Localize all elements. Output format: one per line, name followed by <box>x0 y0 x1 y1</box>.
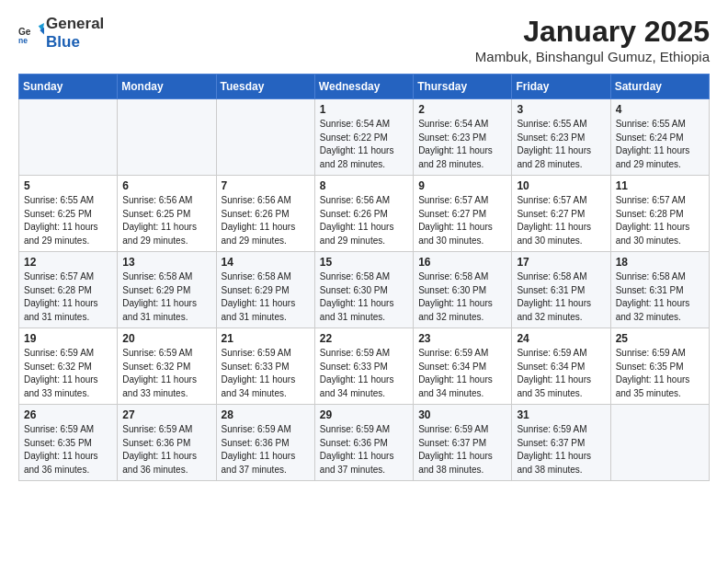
week-row-1: 1Sunrise: 6:54 AM Sunset: 6:22 PM Daylig… <box>19 99 710 176</box>
day-number: 9 <box>418 179 506 192</box>
day-info: Sunrise: 6:55 AM Sunset: 6:24 PM Dayligh… <box>616 118 704 171</box>
column-header-monday: Monday <box>118 75 216 99</box>
svg-text:Ge: Ge <box>18 26 31 36</box>
day-number: 28 <box>222 408 310 421</box>
day-number: 5 <box>24 179 112 192</box>
calendar-cell: 11Sunrise: 6:57 AM Sunset: 6:28 PM Dayli… <box>610 176 709 252</box>
day-info: Sunrise: 6:59 AM Sunset: 6:36 PM Dayligh… <box>222 423 310 477</box>
day-info: Sunrise: 6:58 AM Sunset: 6:30 PM Dayligh… <box>320 270 408 324</box>
day-info: Sunrise: 6:59 AM Sunset: 6:35 PM Dayligh… <box>616 347 704 400</box>
calendar-cell: 6Sunrise: 6:56 AM Sunset: 6:25 PM Daylig… <box>118 176 216 252</box>
day-number: 3 <box>517 103 605 116</box>
day-number: 19 <box>24 332 112 345</box>
calendar-cell: 29Sunrise: 6:59 AM Sunset: 6:36 PM Dayli… <box>314 405 413 481</box>
main-title: January 2025 <box>475 15 710 49</box>
logo-blue: Blue <box>46 33 80 51</box>
day-number: 24 <box>517 332 605 345</box>
calendar-cell: 14Sunrise: 6:58 AM Sunset: 6:29 PM Dayli… <box>216 252 314 328</box>
day-number: 20 <box>122 332 210 345</box>
day-info: Sunrise: 6:59 AM Sunset: 6:35 PM Dayligh… <box>24 423 112 477</box>
day-number: 2 <box>418 103 506 116</box>
day-info: Sunrise: 6:59 AM Sunset: 6:32 PM Dayligh… <box>24 347 112 400</box>
page: Ge ne General Blue January 2025 Mambuk, … <box>0 0 728 563</box>
calendar-cell <box>610 405 709 481</box>
day-number: 21 <box>222 332 310 345</box>
calendar-cell: 17Sunrise: 6:58 AM Sunset: 6:31 PM Dayli… <box>512 252 610 328</box>
day-info: Sunrise: 6:59 AM Sunset: 6:37 PM Dayligh… <box>517 423 605 477</box>
calendar-cell: 10Sunrise: 6:57 AM Sunset: 6:27 PM Dayli… <box>512 176 610 252</box>
calendar-cell: 3Sunrise: 6:55 AM Sunset: 6:23 PM Daylig… <box>512 99 610 176</box>
day-number: 10 <box>517 179 605 192</box>
day-number: 18 <box>616 256 704 269</box>
calendar-cell: 12Sunrise: 6:57 AM Sunset: 6:28 PM Dayli… <box>19 252 118 328</box>
day-number: 11 <box>616 179 704 192</box>
day-number: 14 <box>222 256 310 269</box>
calendar-cell: 21Sunrise: 6:59 AM Sunset: 6:33 PM Dayli… <box>216 328 314 405</box>
logo-general: General <box>46 15 104 32</box>
calendar-cell: 13Sunrise: 6:58 AM Sunset: 6:29 PM Dayli… <box>118 252 216 328</box>
day-number: 8 <box>320 179 408 192</box>
column-header-wednesday: Wednesday <box>314 75 413 99</box>
calendar-cell: 25Sunrise: 6:59 AM Sunset: 6:35 PM Dayli… <box>610 328 709 405</box>
calendar-cell: 27Sunrise: 6:59 AM Sunset: 6:36 PM Dayli… <box>118 405 216 481</box>
day-info: Sunrise: 6:59 AM Sunset: 6:36 PM Dayligh… <box>320 423 408 477</box>
day-number: 30 <box>418 408 506 421</box>
day-info: Sunrise: 6:57 AM Sunset: 6:27 PM Dayligh… <box>517 194 605 247</box>
calendar-cell: 26Sunrise: 6:59 AM Sunset: 6:35 PM Dayli… <box>19 405 118 481</box>
calendar-cell: 23Sunrise: 6:59 AM Sunset: 6:34 PM Dayli… <box>414 328 512 405</box>
day-info: Sunrise: 6:58 AM Sunset: 6:30 PM Dayligh… <box>418 270 506 324</box>
logo-icon: Ge ne <box>18 20 44 46</box>
day-number: 25 <box>616 332 704 345</box>
day-info: Sunrise: 6:59 AM Sunset: 6:33 PM Dayligh… <box>320 347 408 400</box>
logo-text: General Blue <box>46 15 104 52</box>
day-number: 23 <box>418 332 506 345</box>
calendar-header-row: SundayMondayTuesdayWednesdayThursdayFrid… <box>19 75 710 99</box>
day-number: 16 <box>418 256 506 269</box>
day-number: 1 <box>320 103 408 116</box>
week-row-4: 19Sunrise: 6:59 AM Sunset: 6:32 PM Dayli… <box>19 328 710 405</box>
day-number: 4 <box>616 103 704 116</box>
day-info: Sunrise: 6:58 AM Sunset: 6:29 PM Dayligh… <box>122 270 210 324</box>
calendar-cell: 15Sunrise: 6:58 AM Sunset: 6:30 PM Dayli… <box>314 252 413 328</box>
calendar-cell: 19Sunrise: 6:59 AM Sunset: 6:32 PM Dayli… <box>19 328 118 405</box>
day-number: 13 <box>122 256 210 269</box>
day-info: Sunrise: 6:56 AM Sunset: 6:26 PM Dayligh… <box>320 194 408 247</box>
week-row-2: 5Sunrise: 6:55 AM Sunset: 6:25 PM Daylig… <box>19 176 710 252</box>
calendar-cell: 9Sunrise: 6:57 AM Sunset: 6:27 PM Daylig… <box>414 176 512 252</box>
calendar-cell: 22Sunrise: 6:59 AM Sunset: 6:33 PM Dayli… <box>314 328 413 405</box>
calendar-cell <box>118 99 216 176</box>
column-header-friday: Friday <box>512 75 610 99</box>
subtitle: Mambuk, Binshangul Gumuz, Ethiopia <box>475 49 710 64</box>
day-number: 17 <box>517 256 605 269</box>
day-number: 15 <box>320 256 408 269</box>
column-header-tuesday: Tuesday <box>216 75 314 99</box>
calendar-cell <box>216 99 314 176</box>
day-info: Sunrise: 6:59 AM Sunset: 6:34 PM Dayligh… <box>418 347 506 400</box>
day-number: 22 <box>320 332 408 345</box>
calendar-cell: 20Sunrise: 6:59 AM Sunset: 6:32 PM Dayli… <box>118 328 216 405</box>
day-info: Sunrise: 6:58 AM Sunset: 6:31 PM Dayligh… <box>616 270 704 324</box>
calendar-cell: 1Sunrise: 6:54 AM Sunset: 6:22 PM Daylig… <box>314 99 413 176</box>
day-number: 27 <box>122 408 210 421</box>
calendar-cell: 16Sunrise: 6:58 AM Sunset: 6:30 PM Dayli… <box>414 252 512 328</box>
column-header-sunday: Sunday <box>19 75 118 99</box>
day-info: Sunrise: 6:54 AM Sunset: 6:23 PM Dayligh… <box>418 118 506 171</box>
header: Ge ne General Blue January 2025 Mambuk, … <box>18 15 710 64</box>
calendar-cell: 18Sunrise: 6:58 AM Sunset: 6:31 PM Dayli… <box>610 252 709 328</box>
day-info: Sunrise: 6:59 AM Sunset: 6:36 PM Dayligh… <box>122 423 210 477</box>
calendar-cell: 30Sunrise: 6:59 AM Sunset: 6:37 PM Dayli… <box>414 405 512 481</box>
calendar-cell: 8Sunrise: 6:56 AM Sunset: 6:26 PM Daylig… <box>314 176 413 252</box>
day-number: 6 <box>122 179 210 192</box>
day-info: Sunrise: 6:57 AM Sunset: 6:28 PM Dayligh… <box>616 194 704 247</box>
day-number: 31 <box>517 408 605 421</box>
day-info: Sunrise: 6:56 AM Sunset: 6:25 PM Dayligh… <box>122 194 210 247</box>
calendar-cell: 7Sunrise: 6:56 AM Sunset: 6:26 PM Daylig… <box>216 176 314 252</box>
day-info: Sunrise: 6:59 AM Sunset: 6:33 PM Dayligh… <box>222 347 310 400</box>
title-block: January 2025 Mambuk, Binshangul Gumuz, E… <box>475 15 710 64</box>
day-number: 29 <box>320 408 408 421</box>
calendar-table: SundayMondayTuesdayWednesdayThursdayFrid… <box>18 74 710 481</box>
day-info: Sunrise: 6:59 AM Sunset: 6:37 PM Dayligh… <box>418 423 506 477</box>
day-info: Sunrise: 6:59 AM Sunset: 6:34 PM Dayligh… <box>517 347 605 400</box>
column-header-thursday: Thursday <box>414 75 512 99</box>
day-info: Sunrise: 6:58 AM Sunset: 6:29 PM Dayligh… <box>222 270 310 324</box>
